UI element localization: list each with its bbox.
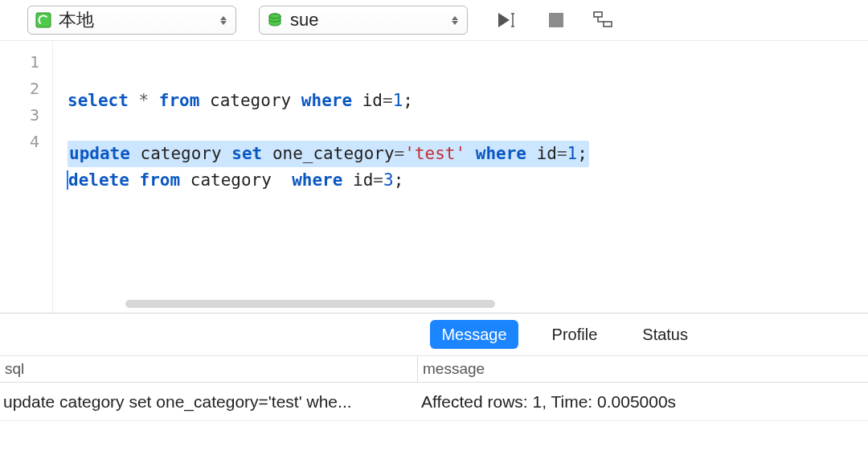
line-gutter: 1234	[0, 41, 53, 313]
tab-message[interactable]: Message	[430, 320, 518, 349]
result-tabs: MessageProfileStatus	[0, 314, 868, 355]
code-line[interactable]: select * from category where id=1;	[68, 88, 868, 114]
database-icon	[266, 11, 284, 29]
svg-rect-4	[549, 13, 563, 27]
result-cell-sql: update category set one_category='test' …	[0, 383, 418, 420]
schema-select[interactable]: sue	[259, 6, 468, 35]
toolbar-actions	[497, 7, 616, 33]
connection-label: 本地	[59, 8, 218, 32]
toolbar: 本地 sue	[0, 0, 868, 40]
code-area[interactable]: select * from category where id=1;update…	[53, 41, 868, 313]
line-number: 3	[0, 102, 52, 129]
run-at-cursor-button[interactable]	[497, 7, 522, 33]
sql-editor[interactable]: 1234 select * from category where id=1;u…	[0, 40, 868, 314]
svg-rect-6	[604, 22, 612, 27]
result-header-sql: sql	[0, 356, 418, 382]
line-number: 2	[0, 76, 52, 102]
result-header-message: message	[418, 356, 868, 382]
result-cell-message: Affected rows: 1, Time: 0.005000s	[418, 383, 868, 420]
result-header: sql message	[0, 355, 868, 383]
line-number: 1	[0, 49, 52, 76]
code-line[interactable]: delete from category where id=3;	[68, 167, 868, 194]
connection-select[interactable]: 本地	[27, 6, 236, 35]
svg-marker-3	[498, 13, 510, 27]
tab-profile[interactable]: Profile	[541, 320, 609, 349]
code-line[interactable]	[68, 114, 868, 141]
schema-label: sue	[290, 10, 449, 31]
chevron-icon	[449, 16, 461, 25]
explain-button[interactable]	[590, 7, 616, 33]
stop-button[interactable]	[543, 7, 569, 33]
result-row[interactable]: update category set one_category='test' …	[0, 383, 868, 421]
svg-rect-5	[594, 12, 602, 17]
horizontal-scrollbar[interactable]	[125, 300, 495, 308]
result-body: update category set one_category='test' …	[0, 383, 868, 421]
tab-status[interactable]: Status	[631, 320, 699, 349]
chevron-icon	[218, 16, 229, 25]
code-line[interactable]: update category set one_category='test' …	[68, 141, 868, 167]
connection-icon	[35, 11, 52, 29]
line-number: 4	[0, 129, 52, 155]
